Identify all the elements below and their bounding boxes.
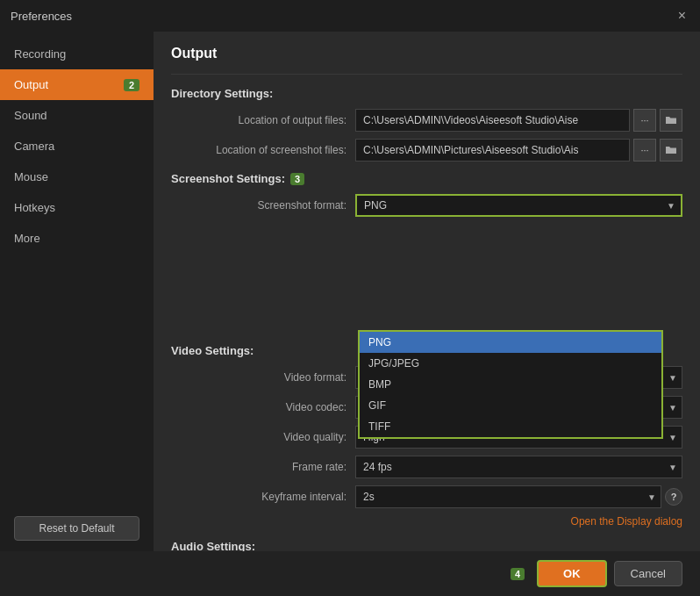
frame-rate-select[interactable]: 24 fps (355, 456, 682, 478)
keyframe-select-row: 2s ▼ ? (355, 485, 682, 508)
output-location-control: ··· (355, 109, 682, 132)
screenshot-location-input[interactable] (355, 139, 630, 162)
sidebar-item-sound[interactable]: Sound (0, 100, 154, 131)
page-title: Output (171, 46, 682, 61)
sidebar-label-mouse: Mouse (14, 170, 48, 183)
audio-settings-title: Audio Settings: (171, 540, 682, 551)
dropdown-item-tiff[interactable]: TIFF (360, 416, 661, 437)
sidebar-item-more[interactable]: More (0, 223, 154, 254)
open-display-row: Open the Display dialog (171, 515, 682, 528)
ok-button[interactable]: OK (537, 560, 607, 587)
footer-buttons: 4 OK Cancel (511, 560, 682, 587)
screenshot-format-select[interactable]: PNG ▼ (355, 194, 682, 217)
main-content: Output Directory Settings: Location of o… (154, 32, 700, 551)
video-codec-label: Video codec: (171, 401, 355, 413)
dropdown-item-png[interactable]: PNG (360, 332, 661, 353)
video-format-label: Video format: (171, 371, 355, 384)
screenshot-location-inputs: ··· (355, 139, 682, 162)
keyframe-row: Keyframe interval: 2s ▼ ? (171, 485, 682, 508)
screenshot-settings-header: Screenshot Settings: 3 (171, 172, 682, 185)
sidebar-label-hotkeys: Hotkeys (14, 201, 55, 214)
screenshot-format-label: Screenshot format: (171, 199, 355, 212)
content-area: Recording Output 2 Sound Camera Mouse Ho… (0, 32, 700, 551)
screenshot-settings-title: Screenshot Settings: (171, 172, 285, 185)
output-location-inputs: ··· (355, 109, 682, 132)
output-location-label: Location of output files: (171, 114, 355, 126)
sidebar-item-hotkeys[interactable]: Hotkeys (0, 192, 154, 223)
sidebar-label-recording: Recording (14, 47, 66, 61)
sidebar-bottom: Reset to Default (0, 506, 154, 551)
open-display-link[interactable]: Open the Display dialog (571, 515, 682, 528)
keyframe-select-wrapper: 2s ▼ (355, 485, 661, 508)
cancel-button[interactable]: Cancel (614, 561, 682, 586)
frame-rate-row: Frame rate: 24 fps ▼ (171, 456, 682, 478)
frame-rate-control: 24 fps ▼ (355, 456, 682, 478)
sidebar-label-output: Output (14, 78, 48, 91)
screenshot-settings-badge: 3 (290, 173, 304, 185)
sidebar-label-camera: Camera (14, 140, 54, 153)
sidebar-item-recording[interactable]: Recording (0, 39, 154, 69)
reset-default-button[interactable]: Reset to Default (14, 516, 139, 541)
output-location-dots-button[interactable]: ··· (633, 109, 656, 132)
dropdown-item-bmp[interactable]: BMP (360, 374, 661, 395)
footer: 4 OK Cancel (0, 551, 700, 596)
titlebar: Preferences × (0, 0, 700, 32)
output-badge: 2 (124, 79, 139, 91)
sidebar-item-output[interactable]: Output 2 (0, 69, 154, 100)
video-quality-label: Video quality: (171, 431, 355, 443)
sidebar: Recording Output 2 Sound Camera Mouse Ho… (0, 32, 154, 551)
sidebar-item-mouse[interactable]: Mouse (0, 162, 154, 192)
screenshot-format-value: PNG (364, 199, 387, 212)
ok-badge: 4 (511, 568, 525, 580)
output-location-folder-button[interactable] (660, 109, 682, 132)
preferences-window: Preferences × Recording Output 2 Sound C… (0, 0, 700, 596)
screenshot-location-folder-button[interactable] (660, 139, 682, 162)
screenshot-format-dropdown: PNG JPG/JPEG BMP GIF TIFF (358, 330, 663, 439)
screenshot-format-section: Screenshot format: PNG ▼ PNG JPG/JPEG BM… (171, 194, 682, 217)
screenshot-location-label: Location of screenshot files: (171, 144, 355, 156)
frame-rate-select-wrapper: 24 fps ▼ (355, 456, 682, 478)
sidebar-label-sound: Sound (14, 109, 47, 122)
screenshot-format-row: Screenshot format: PNG ▼ (171, 194, 682, 217)
output-location-input[interactable] (355, 109, 630, 132)
sidebar-label-more: More (14, 232, 40, 245)
frame-rate-label: Frame rate: (171, 461, 355, 473)
folder-icon-2 (665, 145, 677, 155)
directory-settings-title: Directory Settings: (171, 87, 682, 100)
screenshot-location-control: ··· (355, 139, 682, 162)
dropdown-item-gif[interactable]: GIF (360, 395, 661, 416)
keyframe-select[interactable]: 2s (355, 485, 661, 508)
title-divider (171, 74, 682, 75)
screenshot-location-row: Location of screenshot files: ··· (171, 139, 682, 162)
folder-icon (665, 115, 677, 126)
window-title: Preferences (11, 10, 72, 23)
keyframe-control: 2s ▼ ? (355, 485, 682, 508)
dropdown-item-jpg[interactable]: JPG/JPEG (360, 353, 661, 374)
sidebar-item-camera[interactable]: Camera (0, 131, 154, 162)
output-location-row: Location of output files: ··· (171, 109, 682, 132)
keyframe-help-button[interactable]: ? (665, 488, 682, 506)
screenshot-format-control: PNG ▼ (355, 194, 682, 217)
keyframe-label: Keyframe interval: (171, 491, 355, 503)
screenshot-location-dots-button[interactable]: ··· (633, 139, 656, 162)
close-button[interactable]: × (675, 7, 689, 25)
screenshot-format-arrow: ▼ (667, 201, 675, 211)
